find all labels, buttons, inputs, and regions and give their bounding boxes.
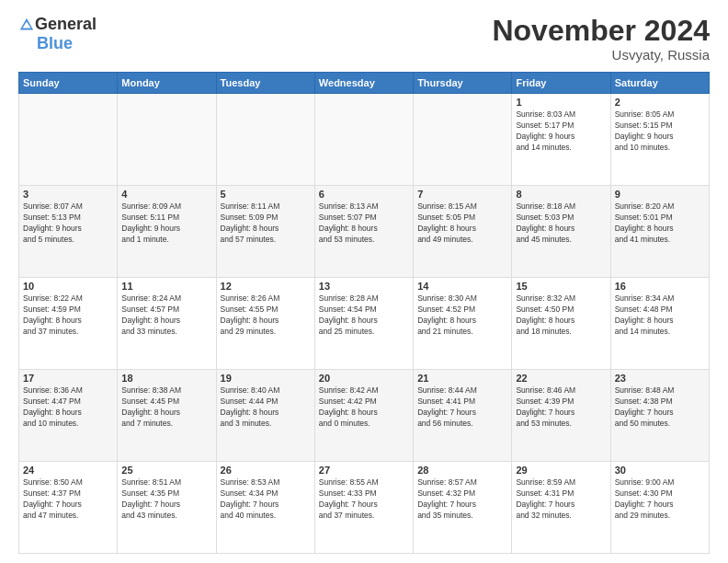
- weekday-header-monday: Monday: [118, 73, 216, 94]
- calendar-cell: 18Sunrise: 8:38 AM Sunset: 4:45 PM Dayli…: [118, 370, 216, 462]
- day-info: Sunrise: 8:24 AM Sunset: 4:57 PM Dayligh…: [121, 293, 211, 338]
- day-info: Sunrise: 8:48 AM Sunset: 4:38 PM Dayligh…: [615, 385, 705, 430]
- logo-icon: [18, 17, 35, 33]
- weekday-header-wednesday: Wednesday: [314, 73, 413, 94]
- day-number: 6: [319, 189, 409, 200]
- calendar-cell: 30Sunrise: 9:00 AM Sunset: 4:30 PM Dayli…: [610, 462, 709, 554]
- calendar-week-1: 1Sunrise: 8:03 AM Sunset: 5:17 PM Daylig…: [19, 94, 710, 186]
- calendar-cell: 19Sunrise: 8:40 AM Sunset: 4:44 PM Dayli…: [216, 370, 314, 462]
- day-number: 16: [615, 281, 705, 292]
- day-number: 1: [516, 97, 606, 108]
- calendar-cell: 25Sunrise: 8:51 AM Sunset: 4:35 PM Dayli…: [118, 462, 216, 554]
- calendar-cell: 21Sunrise: 8:44 AM Sunset: 4:41 PM Dayli…: [414, 370, 512, 462]
- day-number: 12: [221, 281, 311, 292]
- calendar-cell: [216, 94, 314, 186]
- day-info: Sunrise: 8:44 AM Sunset: 4:41 PM Dayligh…: [417, 385, 507, 430]
- day-info: Sunrise: 8:09 AM Sunset: 5:11 PM Dayligh…: [121, 201, 211, 246]
- day-info: Sunrise: 8:11 AM Sunset: 5:09 PM Dayligh…: [221, 201, 311, 246]
- weekday-header-saturday: Saturday: [610, 73, 709, 94]
- calendar-week-5: 24Sunrise: 8:50 AM Sunset: 4:37 PM Dayli…: [19, 462, 710, 554]
- day-number: 27: [319, 465, 409, 476]
- day-info: Sunrise: 8:22 AM Sunset: 4:59 PM Dayligh…: [23, 293, 113, 338]
- day-number: 2: [615, 97, 705, 108]
- day-number: 21: [417, 373, 507, 384]
- day-info: Sunrise: 8:40 AM Sunset: 4:44 PM Dayligh…: [221, 385, 311, 430]
- calendar-cell: 5Sunrise: 8:11 AM Sunset: 5:09 PM Daylig…: [216, 186, 314, 278]
- day-number: 10: [23, 281, 113, 292]
- calendar-cell: [19, 94, 118, 186]
- day-info: Sunrise: 8:59 AM Sunset: 4:31 PM Dayligh…: [516, 477, 606, 522]
- calendar-cell: [118, 94, 216, 186]
- day-number: 26: [221, 465, 311, 476]
- calendar-cell: 8Sunrise: 8:18 AM Sunset: 5:03 PM Daylig…: [512, 186, 610, 278]
- day-number: 9: [615, 189, 705, 200]
- calendar-cell: 10Sunrise: 8:22 AM Sunset: 4:59 PM Dayli…: [19, 278, 118, 370]
- title-block: November 2024 Usvyaty, Russia: [492, 15, 710, 63]
- day-info: Sunrise: 9:00 AM Sunset: 4:30 PM Dayligh…: [615, 477, 705, 522]
- calendar-cell: 6Sunrise: 8:13 AM Sunset: 5:07 PM Daylig…: [314, 186, 413, 278]
- day-info: Sunrise: 8:18 AM Sunset: 5:03 PM Dayligh…: [516, 201, 606, 246]
- logo: General Blue: [18, 15, 97, 53]
- calendar-cell: 26Sunrise: 8:53 AM Sunset: 4:34 PM Dayli…: [216, 462, 314, 554]
- day-number: 15: [516, 281, 606, 292]
- calendar-cell: 20Sunrise: 8:42 AM Sunset: 4:42 PM Dayli…: [314, 370, 413, 462]
- day-info: Sunrise: 8:38 AM Sunset: 4:45 PM Dayligh…: [121, 385, 211, 430]
- location: Usvyaty, Russia: [492, 47, 710, 63]
- calendar-cell: 4Sunrise: 8:09 AM Sunset: 5:11 PM Daylig…: [118, 186, 216, 278]
- day-info: Sunrise: 8:15 AM Sunset: 5:05 PM Dayligh…: [417, 201, 507, 246]
- day-number: 8: [516, 189, 606, 200]
- day-info: Sunrise: 8:51 AM Sunset: 4:35 PM Dayligh…: [121, 477, 211, 522]
- logo-general: General: [35, 15, 97, 34]
- page: General Blue November 2024 Usvyaty, Russ…: [0, 0, 728, 563]
- day-number: 28: [417, 465, 507, 476]
- day-number: 4: [121, 189, 211, 200]
- calendar-cell: 22Sunrise: 8:46 AM Sunset: 4:39 PM Dayli…: [512, 370, 610, 462]
- day-number: 30: [615, 465, 705, 476]
- calendar-cell: [314, 94, 413, 186]
- day-number: 25: [121, 465, 211, 476]
- day-info: Sunrise: 8:34 AM Sunset: 4:48 PM Dayligh…: [615, 293, 705, 338]
- day-info: Sunrise: 8:30 AM Sunset: 4:52 PM Dayligh…: [417, 293, 507, 338]
- day-info: Sunrise: 8:32 AM Sunset: 4:50 PM Dayligh…: [516, 293, 606, 338]
- day-number: 18: [121, 373, 211, 384]
- day-info: Sunrise: 8:20 AM Sunset: 5:01 PM Dayligh…: [615, 201, 705, 246]
- day-info: Sunrise: 8:05 AM Sunset: 5:15 PM Dayligh…: [615, 109, 705, 154]
- calendar-cell: 9Sunrise: 8:20 AM Sunset: 5:01 PM Daylig…: [610, 186, 709, 278]
- weekday-header-thursday: Thursday: [414, 73, 512, 94]
- calendar-week-2: 3Sunrise: 8:07 AM Sunset: 5:13 PM Daylig…: [19, 186, 710, 278]
- calendar-table: SundayMondayTuesdayWednesdayThursdayFrid…: [18, 72, 710, 554]
- day-number: 24: [23, 465, 113, 476]
- day-number: 13: [319, 281, 409, 292]
- day-info: Sunrise: 8:50 AM Sunset: 4:37 PM Dayligh…: [23, 477, 113, 522]
- day-info: Sunrise: 8:07 AM Sunset: 5:13 PM Dayligh…: [23, 201, 113, 246]
- calendar-cell: 15Sunrise: 8:32 AM Sunset: 4:50 PM Dayli…: [512, 278, 610, 370]
- calendar-cell: 3Sunrise: 8:07 AM Sunset: 5:13 PM Daylig…: [19, 186, 118, 278]
- calendar-cell: [414, 94, 512, 186]
- logo-blue: Blue: [37, 34, 73, 53]
- calendar-cell: 7Sunrise: 8:15 AM Sunset: 5:05 PM Daylig…: [414, 186, 512, 278]
- day-number: 17: [23, 373, 113, 384]
- calendar-cell: 1Sunrise: 8:03 AM Sunset: 5:17 PM Daylig…: [512, 94, 610, 186]
- header: General Blue November 2024 Usvyaty, Russ…: [18, 15, 710, 63]
- day-number: 20: [319, 373, 409, 384]
- day-info: Sunrise: 8:53 AM Sunset: 4:34 PM Dayligh…: [221, 477, 311, 522]
- calendar-cell: 23Sunrise: 8:48 AM Sunset: 4:38 PM Dayli…: [610, 370, 709, 462]
- weekday-header-row: SundayMondayTuesdayWednesdayThursdayFrid…: [19, 73, 710, 94]
- day-number: 14: [417, 281, 507, 292]
- calendar-cell: 11Sunrise: 8:24 AM Sunset: 4:57 PM Dayli…: [118, 278, 216, 370]
- calendar-cell: 12Sunrise: 8:26 AM Sunset: 4:55 PM Dayli…: [216, 278, 314, 370]
- calendar-week-3: 10Sunrise: 8:22 AM Sunset: 4:59 PM Dayli…: [19, 278, 710, 370]
- day-number: 29: [516, 465, 606, 476]
- calendar-cell: 2Sunrise: 8:05 AM Sunset: 5:15 PM Daylig…: [610, 94, 709, 186]
- day-info: Sunrise: 8:57 AM Sunset: 4:32 PM Dayligh…: [417, 477, 507, 522]
- calendar-week-4: 17Sunrise: 8:36 AM Sunset: 4:47 PM Dayli…: [19, 370, 710, 462]
- calendar-cell: 28Sunrise: 8:57 AM Sunset: 4:32 PM Dayli…: [414, 462, 512, 554]
- calendar-cell: 17Sunrise: 8:36 AM Sunset: 4:47 PM Dayli…: [19, 370, 118, 462]
- calendar-cell: 27Sunrise: 8:55 AM Sunset: 4:33 PM Dayli…: [314, 462, 413, 554]
- day-number: 22: [516, 373, 606, 384]
- day-info: Sunrise: 8:36 AM Sunset: 4:47 PM Dayligh…: [23, 385, 113, 430]
- calendar-cell: 16Sunrise: 8:34 AM Sunset: 4:48 PM Dayli…: [610, 278, 709, 370]
- month-title: November 2024: [492, 15, 710, 47]
- day-info: Sunrise: 8:13 AM Sunset: 5:07 PM Dayligh…: [319, 201, 409, 246]
- day-info: Sunrise: 8:26 AM Sunset: 4:55 PM Dayligh…: [221, 293, 311, 338]
